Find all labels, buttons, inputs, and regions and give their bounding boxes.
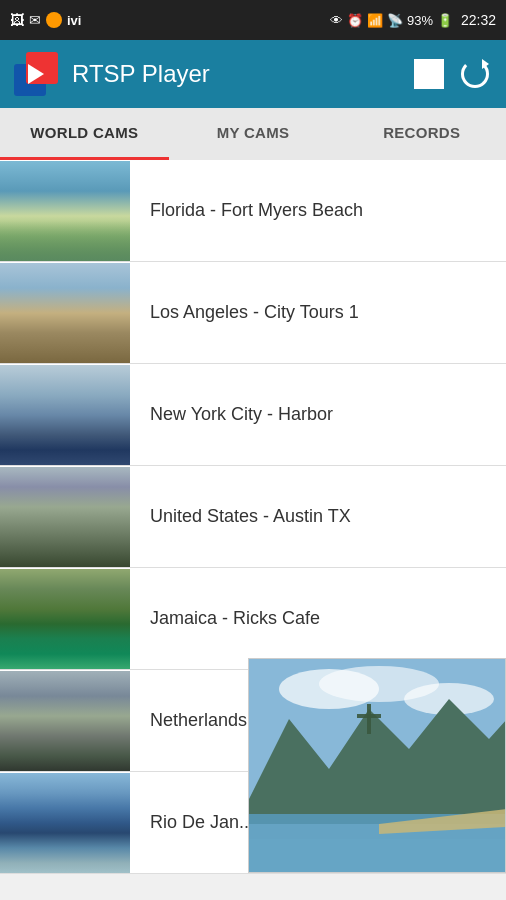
notification-circle [46,12,62,28]
cam-title-nyc: New York City - Harbor [130,404,506,425]
status-bar-left: 🖼 ✉ ivi [10,12,81,28]
cam-thumbnail-netherlands [0,671,130,771]
refresh-icon [461,60,489,88]
battery-percent: 93% [407,13,433,28]
cam-item-austin[interactable]: United States - Austin TX [0,466,506,568]
status-bar-right: 👁 ⏰ 📶 📡 93% 🔋 22:32 [330,12,496,28]
cam-item-rio[interactable]: Rio De Jan... [0,772,506,874]
tab-records[interactable]: RECORDS [337,108,506,160]
rio-svg [249,659,506,873]
status-bar: 🖼 ✉ ivi 👁 ⏰ 📶 📡 93% 🔋 22:32 [0,0,506,40]
cam-popup-rio [248,658,506,873]
app-header: RTSP Player [0,40,506,108]
image-icon: 🖼 [10,12,24,28]
clock: 22:32 [461,12,496,28]
cam-title-jamaica: Jamaica - Ricks Cafe [130,608,506,629]
header-actions [414,57,492,91]
tab-world-cams[interactable]: WORLD CAMS [0,108,169,160]
camera-list: Florida - Fort Myers Beach Los Angeles -… [0,160,506,874]
cam-item-nyc[interactable]: New York City - Harbor [0,364,506,466]
app-logo [14,52,58,96]
cam-thumbnail-austin [0,467,130,567]
svg-rect-9 [357,714,381,718]
svg-rect-6 [249,824,506,873]
tabs-bar: WORLD CAMS MY CAMS RECORDS [0,108,506,160]
battery-icon: 🔋 [437,13,453,28]
svg-rect-8 [367,704,371,734]
cam-item-florida[interactable]: Florida - Fort Myers Beach [0,160,506,262]
cam-item-la[interactable]: Los Angeles - City Tours 1 [0,262,506,364]
eye-icon: 👁 [330,13,343,28]
cam-thumbnail-rio [0,773,130,873]
tab-my-cams[interactable]: MY CAMS [169,108,338,160]
refresh-button[interactable] [458,57,492,91]
cam-title-florida: Florida - Fort Myers Beach [130,200,506,221]
cam-thumbnail-jamaica [0,569,130,669]
app-title: RTSP Player [72,60,400,88]
ivi-label: ivi [67,13,81,28]
logo-play-icon [28,64,44,84]
cam-title-la: Los Angeles - City Tours 1 [130,302,506,323]
cam-item-jamaica[interactable]: Jamaica - Ricks Cafe [0,568,506,670]
mail-icon: ✉ [29,12,41,28]
stop-button[interactable] [414,59,444,89]
signal-icon: 📡 [387,13,403,28]
cam-title-austin: United States - Austin TX [130,506,506,527]
cam-thumbnail-florida [0,161,130,261]
popup-rio-bg [249,659,505,872]
wifi-icon: 📶 [367,13,383,28]
cam-thumbnail-la [0,263,130,363]
cam-thumbnail-nyc [0,365,130,465]
alarm-icon: ⏰ [347,13,363,28]
